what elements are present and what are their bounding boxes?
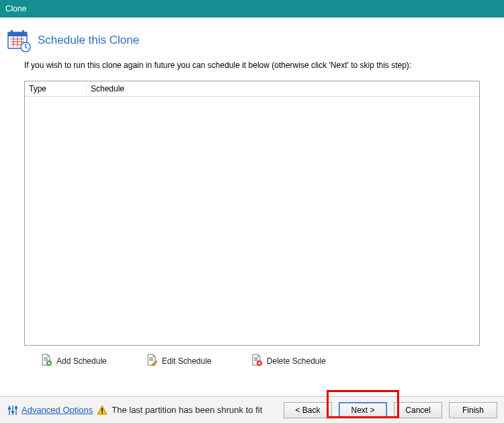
svg-rect-33 xyxy=(15,407,17,409)
column-header-type[interactable]: Type xyxy=(25,81,87,96)
wizard-footer: Advanced Options The last partition has … xyxy=(0,396,504,423)
advanced-options-link[interactable]: Advanced Options xyxy=(22,405,93,415)
sliders-icon xyxy=(7,404,19,416)
document-edit-icon xyxy=(146,354,158,368)
page-description: If you wish to run this clone again in f… xyxy=(0,61,504,77)
svg-rect-32 xyxy=(11,411,14,413)
delete-schedule-button[interactable]: Delete Schedule xyxy=(248,352,329,369)
svg-rect-3 xyxy=(22,30,24,34)
edit-schedule-button[interactable]: Edit Schedule xyxy=(143,352,214,369)
add-schedule-label: Add Schedule xyxy=(56,356,107,366)
status-text: The last partition has been shrunk to fi… xyxy=(112,405,262,415)
svg-rect-35 xyxy=(101,412,103,414)
warning-icon xyxy=(97,405,108,416)
table-header: Type Schedule xyxy=(25,81,479,97)
add-schedule-button[interactable]: Add Schedule xyxy=(38,352,110,369)
window-titlebar: Clone xyxy=(0,0,504,17)
delete-schedule-label: Delete Schedule xyxy=(267,356,326,366)
back-button[interactable]: < Back xyxy=(284,402,332,418)
page-title: Schedule this Clone xyxy=(38,34,139,47)
document-delete-icon xyxy=(251,354,263,368)
column-header-schedule[interactable]: Schedule xyxy=(87,81,479,96)
page-header: Schedule this Clone xyxy=(0,17,504,61)
svg-rect-31 xyxy=(8,408,11,410)
schedule-table: Type Schedule xyxy=(24,81,480,346)
finish-button[interactable]: Finish xyxy=(449,402,497,418)
edit-schedule-label: Edit Schedule xyxy=(162,356,212,366)
wizard-buttons: < Back Next > Cancel Finish xyxy=(284,402,497,418)
schedule-actions: Add Schedule Edit Schedule xyxy=(0,346,504,376)
next-button[interactable]: Next > xyxy=(339,402,387,418)
svg-rect-2 xyxy=(11,30,13,34)
svg-rect-34 xyxy=(101,408,103,412)
cancel-button[interactable]: Cancel xyxy=(394,402,442,418)
calendar-schedule-icon xyxy=(7,28,31,52)
window-title: Clone xyxy=(5,4,26,13)
document-add-icon xyxy=(40,354,52,368)
